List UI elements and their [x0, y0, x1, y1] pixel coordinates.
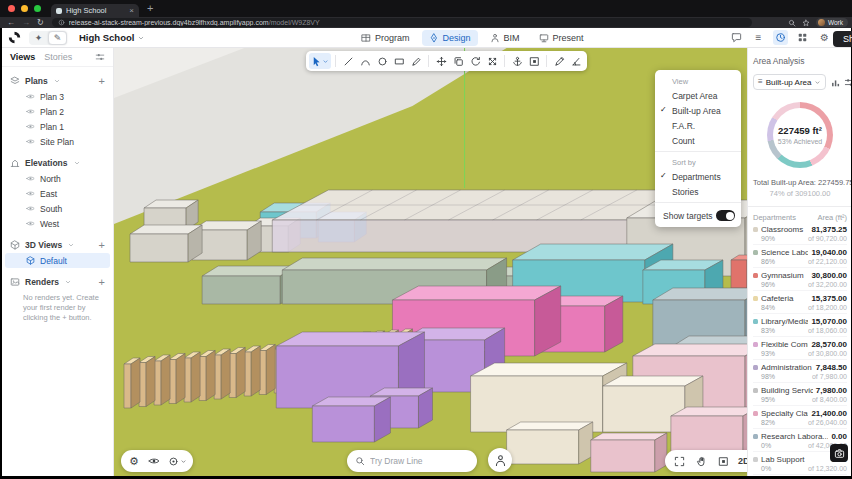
add-plan-button[interactable]: +	[99, 76, 105, 87]
area-analysis-panel: Area Analysis ≡ Built-up Area 227459 ft²…	[747, 48, 851, 476]
project-title-menu[interactable]: High School	[79, 32, 145, 43]
sidebar-item-plan-2[interactable]: Plan 2	[5, 104, 110, 119]
bookmark-star-icon[interactable]	[802, 19, 810, 27]
screen-capture-widget[interactable]	[830, 444, 848, 462]
rotate-tool[interactable]	[467, 53, 483, 69]
protractor-tool[interactable]	[568, 53, 584, 69]
sidebar-filter-icon[interactable]	[95, 52, 105, 62]
menu-item-f-a-r[interactable]: F.A.R.	[655, 118, 741, 133]
browser-tab[interactable]: High School ×	[51, 4, 139, 17]
department-row[interactable]: Classrooms81,375.2590%of 90,720.00	[753, 222, 847, 245]
section-3d-views[interactable]: 3D Views +	[2, 237, 113, 253]
department-row[interactable]: Library/Media C...15,070.0083%of 18,060.…	[753, 314, 847, 337]
department-row[interactable]: Gymnasium30,800.0096%of 32,200.00	[753, 268, 847, 291]
sidebar-item-default[interactable]: Default	[5, 253, 110, 268]
menu-item-departments[interactable]: ✓Departments	[655, 169, 741, 184]
panel-sliders-icon[interactable]	[844, 77, 851, 88]
command-search-input[interactable]	[370, 456, 469, 466]
viewport-3d[interactable]: View Carpet Area✓Built-up AreaF.A.R.Coun…	[114, 48, 747, 476]
section-elevations[interactable]: Elevations	[2, 155, 113, 171]
section-plans[interactable]: Plans +	[2, 73, 113, 89]
pen-tool[interactable]	[551, 53, 567, 69]
tab-program[interactable]: Program	[354, 30, 417, 46]
department-row[interactable]: Faculty/Researc...0.000%of 260.00	[753, 475, 847, 476]
menu-item-built-up-area[interactable]: ✓Built-up Area	[655, 103, 741, 118]
first-person-button[interactable]	[488, 448, 512, 472]
sidebar-item-site-plan[interactable]: Site Plan	[5, 134, 110, 149]
app-logo-icon[interactable]	[8, 31, 21, 44]
circle-tool[interactable]	[374, 53, 390, 69]
window-minimize-button[interactable]	[21, 5, 28, 12]
section-box-button[interactable]	[714, 452, 732, 470]
department-color-dot	[753, 342, 758, 347]
zoom-fit-button[interactable]	[670, 452, 688, 470]
sidebar-item-south[interactable]: South	[5, 201, 110, 216]
share-button[interactable]: Share	[833, 31, 852, 47]
menu-item-carpet-area[interactable]: Carpet Area	[655, 88, 741, 103]
add-render-button[interactable]: +	[99, 277, 105, 288]
copy-tool[interactable]	[450, 53, 466, 69]
address-bar[interactable]: release-ai-stack-stream-previous.dqy4bz9…	[52, 18, 752, 27]
tab-bim[interactable]: BIM	[483, 30, 527, 46]
forward-button[interactable]: →	[22, 19, 30, 27]
transform-tool[interactable]	[484, 53, 500, 69]
sidebar-item-plan-1[interactable]: Plan 1	[5, 119, 110, 134]
new-tab-button[interactable]: +	[147, 3, 153, 14]
section-renders[interactable]: Renders +	[2, 274, 113, 290]
cube-icon	[10, 240, 20, 250]
back-button[interactable]: ←	[7, 19, 15, 27]
tab-present[interactable]: Present	[532, 30, 591, 46]
snap-settings-button[interactable]	[165, 452, 189, 470]
pan-hand-button[interactable]	[692, 452, 710, 470]
settings-gear-button[interactable]: ⚙	[817, 30, 832, 45]
side-search-icon[interactable]	[788, 19, 796, 27]
apps-grid-button[interactable]	[795, 30, 810, 45]
site-info-icon[interactable]	[58, 19, 65, 26]
sidebar-item-east[interactable]: East	[5, 186, 110, 201]
anchor-tool[interactable]	[509, 53, 525, 69]
edit-pencil-button[interactable]: ✎	[48, 31, 67, 45]
sidebar-item-plan-3[interactable]: Plan 3	[5, 89, 110, 104]
department-row[interactable]: Science Laborat...19,040.0086%of 22,120.…	[753, 245, 847, 268]
window-close-button[interactable]	[8, 5, 15, 12]
department-row[interactable]: Building Servic...7,980.0095%of 8,400.00	[753, 383, 847, 406]
add-3d-view-button[interactable]: +	[99, 240, 105, 251]
sidebar-tab-views[interactable]: Views	[10, 52, 35, 62]
visibility-button[interactable]	[145, 452, 163, 470]
department-color-dot	[753, 227, 758, 232]
move-tool[interactable]	[433, 53, 449, 69]
tab-design[interactable]: Design	[422, 30, 478, 46]
sidebar-item-west[interactable]: West	[5, 216, 110, 231]
menu-item-stories[interactable]: Stories	[655, 184, 741, 199]
select-tool[interactable]	[309, 53, 331, 69]
freehand-tool[interactable]	[408, 53, 424, 69]
department-row[interactable]: Flexible Common...28,570.0093%of 30,800.…	[753, 337, 847, 360]
reload-button[interactable]: ↻	[37, 19, 44, 27]
window-zoom-button[interactable]	[34, 5, 41, 12]
metric-selector[interactable]: ≡ Built-up Area	[753, 74, 826, 90]
history-clock-button[interactable]	[773, 30, 788, 45]
tab-close-icon[interactable]: ×	[129, 7, 134, 15]
line-tool[interactable]	[340, 53, 356, 69]
comments-button[interactable]	[729, 30, 744, 45]
sidebar-item-north[interactable]: North	[5, 171, 110, 186]
environment-settings-button[interactable]: ⚙	[125, 452, 143, 470]
arc-tool[interactable]	[357, 53, 373, 69]
chevron-down-icon	[137, 34, 145, 42]
department-row[interactable]: Administration ...7,848.5098%of 7,980.00	[753, 360, 847, 383]
department-color-dot	[753, 319, 758, 324]
menu-item-count[interactable]: Count	[655, 133, 741, 148]
toggle-2d-button[interactable]: 2D	[736, 456, 747, 466]
chart-icon[interactable]	[830, 77, 841, 88]
department-row[interactable]: Specialty Class...21,400.0082%of 26,040.…	[753, 406, 847, 429]
list-button[interactable]: ≡	[751, 30, 766, 45]
ai-sparkle-button[interactable]: ✦	[29, 31, 48, 45]
section-box-tool[interactable]	[526, 53, 542, 69]
department-area-value: 19,040.00	[811, 248, 847, 257]
sidebar-tab-stories[interactable]: Stories	[44, 52, 72, 62]
browser-profile-chip[interactable]: Work	[816, 18, 848, 27]
rectangle-tool[interactable]	[391, 53, 407, 69]
eye-icon	[26, 204, 35, 213]
show-targets-toggle[interactable]	[716, 210, 735, 221]
department-row[interactable]: Cafeteria15,375.0084%of 18,200.00	[753, 291, 847, 314]
